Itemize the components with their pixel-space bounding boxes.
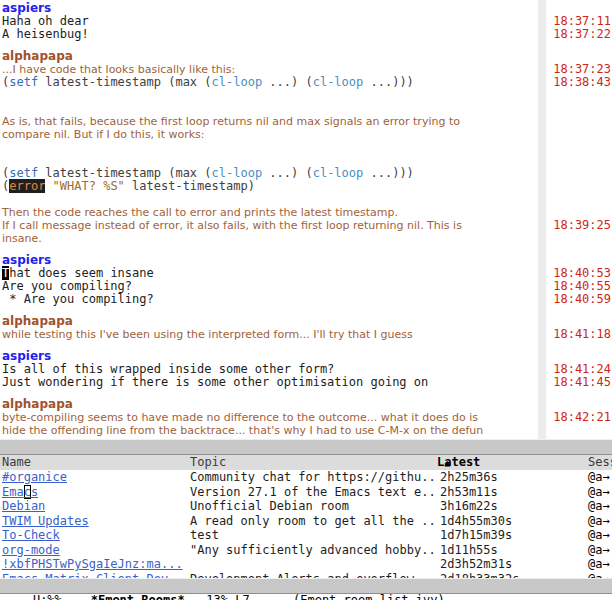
room-session: @a→ xyxy=(588,514,610,529)
mode-line-rooms[interactable]: U:%%- *Ement Rooms* 13% L7 (Ement room l… xyxy=(0,578,612,594)
truncation-arrow-icon: → xyxy=(602,557,609,571)
column-header-topic[interactable]: Topic xyxy=(190,455,226,470)
text-segment: ...))) xyxy=(363,166,414,180)
room-link[interactable]: Emacs xyxy=(2,485,38,500)
room-topic: A read only room to get all the ... xyxy=(190,514,438,529)
room-latest: 2d3h52m31s xyxy=(440,557,512,572)
column-header-session[interactable]: Sess xyxy=(588,455,612,470)
text-segment: Are you compiling? xyxy=(2,279,132,293)
room-link[interactable]: org-mode xyxy=(2,543,60,558)
text-segment: ...))) xyxy=(363,75,414,89)
room-topic: test xyxy=(190,528,438,543)
emacs-frame: aspiersHaha oh dear18:37:11A heisenbug!1… xyxy=(0,0,612,600)
room-link[interactable]: #organice xyxy=(2,470,67,485)
truncation-arrow-icon: → xyxy=(602,470,609,484)
room-link[interactable]: Debian xyxy=(2,499,45,514)
text-segment: insane. xyxy=(2,232,42,245)
message-line[interactable]: compare nil. But if I do this, it works: xyxy=(2,128,612,141)
column-header-name[interactable]: Name xyxy=(2,455,31,470)
room-row[interactable]: #organiceCommunity chat for https://gith… xyxy=(0,470,612,485)
room-row[interactable]: org-mode"Any sufficiently advanced hobby… xyxy=(0,543,612,558)
room-row[interactable]: EmacsVersion 27.1 of the Emacs text e...… xyxy=(0,485,612,500)
message-line[interactable]: while testing this I've been using the i… xyxy=(2,328,612,341)
sort-ascending-icon: ▲ xyxy=(444,455,450,470)
blank-line xyxy=(2,141,612,154)
text-segment: Then the code reaches the call to error … xyxy=(2,206,398,219)
message-line[interactable]: hide the offending line from the backtra… xyxy=(2,424,612,437)
sender-name-label: alphapapa xyxy=(2,397,73,411)
room-row[interactable]: To-Checktest1d7h15m39s@a→ xyxy=(0,528,612,543)
message-line[interactable]: insane. xyxy=(2,232,612,245)
text-segment: Ema xyxy=(2,485,24,499)
text-segment: Just wondering if there is some other op… xyxy=(2,375,428,389)
text-segment: ...) ( xyxy=(262,75,313,89)
room-session: @a→ xyxy=(588,543,610,558)
truncation-arrow-icon: → xyxy=(602,499,609,513)
message-line[interactable]: * Are you compiling?18:40:59 xyxy=(2,293,612,306)
truncation-arrow-icon: → xyxy=(602,543,609,557)
chat-buffer[interactable]: aspiersHaha oh dear18:37:11A heisenbug!1… xyxy=(0,0,612,439)
blank-line xyxy=(2,102,612,115)
room-link[interactable]: TWIM Updates xyxy=(2,514,89,529)
text-segment: cl-loop xyxy=(212,75,263,89)
message-line[interactable]: As is, that fails, because the first loo… xyxy=(2,115,612,128)
room-row[interactable]: TWIM UpdatesA read only room to get all … xyxy=(0,514,612,529)
modeline-info: 13% L7 (Ement room list ivy) xyxy=(185,593,445,600)
room-topic: Version 27.1 of the Emacs text e... xyxy=(190,485,438,500)
blank-line xyxy=(2,193,612,206)
message-line[interactable]: A heisenbug!18:37:22 xyxy=(2,28,612,41)
message-timestamp: 18:41:18 xyxy=(553,328,611,341)
vertical-scroll-bar[interactable] xyxy=(538,0,546,439)
room-session: @a→ xyxy=(588,557,610,572)
text-segment: * Are you compiling? xyxy=(2,292,154,306)
room-row[interactable]: DebianUnofficial Debian room3h16m22s@a→ xyxy=(0,499,612,514)
message-line[interactable]: Haha oh dear18:37:11 xyxy=(2,15,612,28)
mode-line-room[interactable]: U:%*- *Ement Room: Emacs* 13% L25 (Ement… xyxy=(0,439,612,455)
truncation-arrow-icon: → xyxy=(602,485,609,499)
message-line[interactable]: (error "WHAT? %S" latest-timestamp) xyxy=(2,180,612,193)
message-line[interactable]: Just wondering if there is some other op… xyxy=(2,376,612,389)
message-timestamp: 18:39:25 xyxy=(553,219,611,232)
message-line[interactable]: byte-compiling seems to have made no dif… xyxy=(2,411,612,424)
text-segment: latest-timestamp (max ( xyxy=(38,75,211,89)
room-session: @a→ xyxy=(588,499,610,514)
text-segment: As is, that fails, because the first loo… xyxy=(2,115,460,128)
sender-name[interactable]: alphapapa xyxy=(2,315,612,328)
modeline-status: U:%%- xyxy=(33,593,91,600)
text-segment: cl-loop xyxy=(313,75,364,89)
sender-name[interactable]: aspiers xyxy=(2,2,612,15)
truncation-arrow-icon: → xyxy=(602,528,609,542)
room-topic: "Any sufficiently advanced hobby... xyxy=(190,543,438,558)
room-list-buffer[interactable]: #organiceCommunity chat for https://gith… xyxy=(0,470,612,594)
column-header-latest[interactable]: Latest ▲ xyxy=(437,455,444,470)
text-segment: setf xyxy=(9,75,38,89)
room-latest: 2h25m36s xyxy=(440,470,498,485)
text-segment: compare nil. But if I do this, it works: xyxy=(2,128,205,141)
text-cursor: c xyxy=(24,485,31,499)
sender-name[interactable]: alphapapa xyxy=(2,50,612,63)
sender-name-label: aspiers xyxy=(2,1,51,15)
room-link[interactable]: !xbfPHSTwPySgaIeJnz:ma... xyxy=(2,557,183,572)
text-segment xyxy=(45,179,52,193)
text-segment: latest-timestamp (max ( xyxy=(38,166,211,180)
text-segment: "WHAT? %S" xyxy=(53,179,125,193)
room-session: @a→ xyxy=(588,470,610,485)
message-line[interactable]: If I call message instead of error, it a… xyxy=(2,219,612,232)
sender-name[interactable]: alphapapa xyxy=(2,398,612,411)
text-segment: latest-timestamp) xyxy=(125,179,255,193)
message-timestamp: 18:38:43 xyxy=(553,76,611,89)
text-segment: error xyxy=(9,179,45,193)
text-segment: while testing this I've been using the i… xyxy=(2,328,413,341)
message-line[interactable]: Then the code reaches the call to error … xyxy=(2,206,612,219)
blank-line xyxy=(2,89,612,102)
text-segment: ...) ( xyxy=(262,166,313,180)
room-link[interactable]: To-Check xyxy=(2,528,60,543)
room-latest: 3h16m22s xyxy=(440,499,498,514)
room-row[interactable]: !xbfPHSTwPySgaIeJnz:ma...2d3h52m31s@a→ xyxy=(0,557,612,572)
room-latest: 1d11h55s xyxy=(440,543,498,558)
room-latest: 2h53m11s xyxy=(440,485,498,500)
text-segment: setf xyxy=(9,166,38,180)
message-line[interactable]: (setf latest-timestamp (max (cl-loop ...… xyxy=(2,76,612,89)
room-list-header: Name Topic Latest ▲ Sess xyxy=(0,455,612,470)
text-segment: cl-loop xyxy=(313,166,364,180)
